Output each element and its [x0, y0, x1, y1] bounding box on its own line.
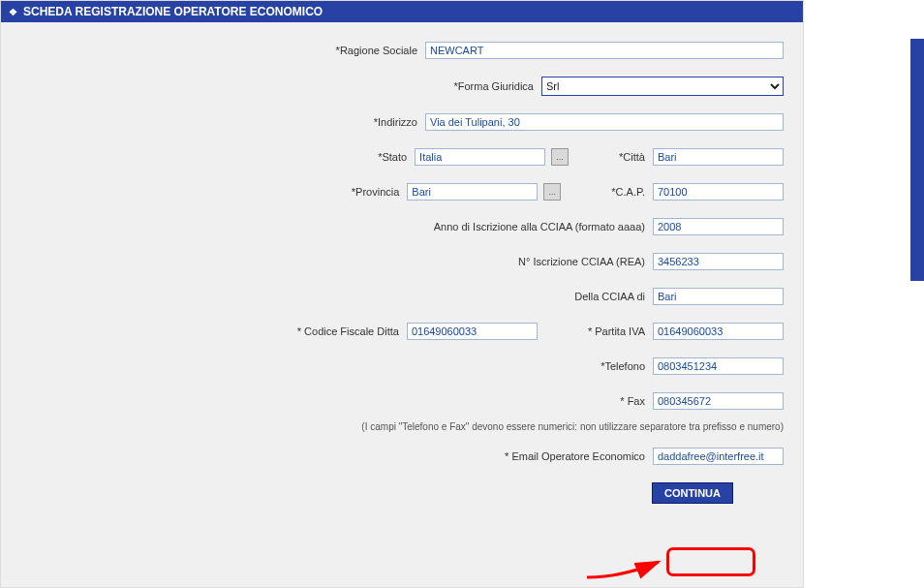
label-ragione-sociale: *Ragione Sociale — [336, 45, 419, 56]
fax-input[interactable] — [653, 392, 784, 410]
right-stripe — [910, 39, 924, 281]
citta-input[interactable] — [653, 148, 784, 166]
form-body: *Ragione Sociale *Forma Giuridica Srl *I… — [1, 22, 803, 513]
panel-title: SCHEDA REGISTRAZIONE OPERATORE ECONOMICO — [23, 5, 323, 18]
n-cciaa-input[interactable] — [653, 253, 784, 270]
label-della-cciaa: Della CCIAA di — [574, 291, 647, 302]
label-indirizzo: *Indirizzo — [374, 116, 419, 128]
header-toggle-icon: ❖ — [9, 7, 17, 17]
panel-header: ❖ SCHEDA REGISTRAZIONE OPERATORE ECONOMI… — [1, 1, 803, 22]
label-provincia: *Provincia — [352, 186, 402, 198]
label-email: * Email Operatore Economico — [505, 450, 647, 462]
label-stato: *Stato — [378, 151, 409, 163]
label-codice-fiscale: * Codice Fiscale Ditta — [297, 325, 401, 337]
stato-input[interactable] — [415, 148, 545, 166]
continua-button[interactable]: CONTINUA — [652, 482, 733, 504]
ragione-sociale-input[interactable] — [425, 42, 784, 59]
partita-iva-input[interactable] — [653, 323, 784, 340]
email-input[interactable] — [653, 448, 784, 465]
forma-giuridica-select[interactable]: Srl — [541, 77, 784, 96]
cap-input[interactable] — [653, 183, 784, 201]
label-citta: *Città — [619, 151, 647, 163]
phone-fax-hint: (I campi "Telefono e Fax" devono essere … — [20, 421, 784, 432]
label-anno-cciaa: Anno di Iscrizione alla CCIAA (formato a… — [434, 221, 647, 232]
label-partita-iva: * Partita IVA — [588, 325, 647, 337]
label-cap: *C.A.P. — [611, 186, 647, 198]
label-forma-giuridica: *Forma Giuridica — [453, 80, 536, 92]
label-fax: * Fax — [620, 395, 647, 407]
provincia-input[interactable] — [407, 183, 538, 201]
provincia-picker-button[interactable]: ... — [543, 183, 561, 201]
della-cciaa-input[interactable] — [653, 288, 784, 305]
anno-cciaa-input[interactable] — [653, 218, 784, 235]
form-panel: ❖ SCHEDA REGISTRAZIONE OPERATORE ECONOMI… — [0, 0, 804, 588]
telefono-input[interactable] — [653, 357, 784, 375]
codice-fiscale-input[interactable] — [407, 323, 538, 340]
stato-picker-button[interactable]: ... — [551, 148, 569, 166]
label-n-cciaa: N° Iscrizione CCIAA (REA) — [518, 256, 647, 267]
indirizzo-input[interactable] — [425, 113, 784, 131]
label-telefono: *Telefono — [601, 360, 647, 372]
